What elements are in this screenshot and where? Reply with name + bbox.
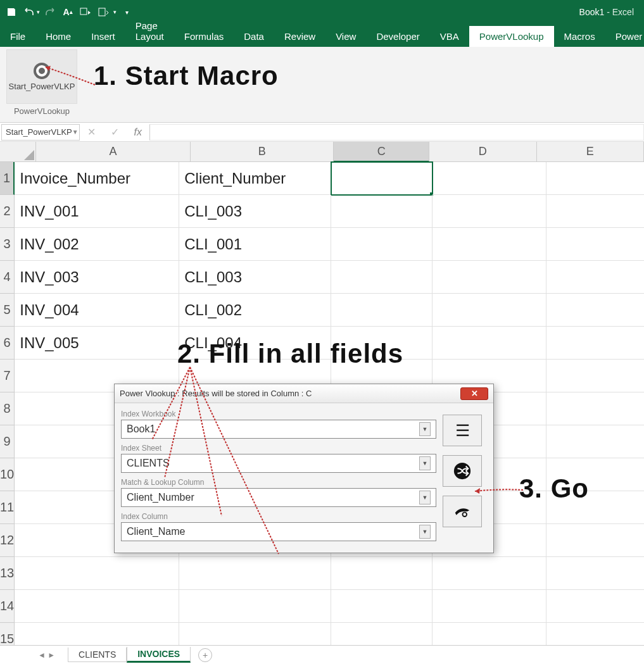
formula-input[interactable] (149, 124, 644, 141)
name-box[interactable]: Start_PowerVLKP ▼ (1, 124, 80, 141)
cell-C15[interactable] (331, 623, 432, 645)
tab-formulas[interactable]: Formulas (174, 26, 234, 47)
cell-C5[interactable] (331, 294, 432, 327)
cell-D15[interactable] (432, 623, 546, 645)
cell-A3[interactable]: INV_002 (15, 228, 179, 261)
tab-powervlookup[interactable]: PowerVLookup (469, 26, 554, 47)
row-header-1[interactable]: 1 (0, 162, 15, 195)
tab-macros[interactable]: Macros (554, 26, 605, 47)
field-select-1[interactable]: CLIENTS▼ (121, 454, 436, 473)
tab-data[interactable]: Data (234, 26, 274, 47)
row-header-14[interactable]: 14 (0, 590, 15, 623)
undo-icon[interactable] (22, 4, 37, 20)
tab-file[interactable]: File (0, 26, 35, 47)
cell-A4[interactable]: INV_003 (15, 261, 179, 294)
cell-C1[interactable] (331, 162, 432, 195)
cell-D4[interactable] (432, 261, 546, 294)
cell-D6[interactable] (432, 327, 546, 360)
tab-vba[interactable]: VBA (430, 26, 469, 47)
col-header-C[interactable]: C (334, 142, 429, 162)
col-header-D[interactable]: D (429, 142, 537, 162)
field-select-2[interactable]: Client_Number▼ (121, 488, 436, 507)
cell-D2[interactable] (432, 195, 546, 228)
cell-E8[interactable] (546, 392, 644, 425)
tab-pagelayout[interactable]: Page Layout (125, 15, 174, 47)
save-icon[interactable] (4, 4, 19, 20)
cell-A2[interactable]: INV_001 (15, 195, 179, 228)
row-header-10[interactable]: 10 (0, 458, 15, 491)
dialog-menu-button[interactable]: ☰ (443, 415, 482, 446)
col-header-A[interactable]: A (36, 142, 191, 162)
cell-E12[interactable] (546, 524, 644, 557)
tab-review[interactable]: Review (274, 26, 325, 47)
cell-E7[interactable] (546, 360, 644, 392)
sheet-tab-invoices[interactable]: INVOICES (127, 647, 191, 663)
row-header-12[interactable]: 12 (0, 524, 15, 557)
row-header-8[interactable]: 8 (0, 392, 15, 425)
cell-E6[interactable] (546, 327, 644, 360)
cell-D13[interactable] (432, 557, 546, 590)
enter-icon[interactable]: ✓ (111, 126, 119, 138)
row-header-2[interactable]: 2 (0, 195, 15, 228)
qat-item-icon[interactable] (96, 4, 111, 20)
chevron-down-icon[interactable]: ▼ (419, 525, 431, 539)
cancel-icon[interactable]: ✕ (87, 126, 96, 138)
tab-developer[interactable]: Developer (366, 26, 429, 47)
cell-E13[interactable] (546, 557, 644, 590)
row-header-5[interactable]: 5 (0, 294, 15, 327)
row-header-3[interactable]: 3 (0, 228, 15, 261)
cell-A15[interactable] (15, 623, 179, 645)
row-header-6[interactable]: 6 (0, 327, 15, 360)
cell-E9[interactable] (546, 425, 644, 458)
cell-B14[interactable] (179, 590, 331, 623)
cell-C4[interactable] (331, 261, 432, 294)
cell-E15[interactable] (546, 623, 644, 645)
fx-icon[interactable]: fx (134, 127, 142, 138)
field-select-3[interactable]: Client_Name▼ (121, 522, 436, 541)
chevron-down-icon[interactable]: ▼ (419, 422, 431, 436)
cell-A5[interactable]: INV_004 (15, 294, 179, 327)
add-sheet-button[interactable]: + (198, 648, 212, 662)
tab-power[interactable]: Power (605, 26, 644, 47)
cell-C6[interactable] (331, 327, 432, 360)
row-header-9[interactable]: 9 (0, 425, 15, 458)
row-header-13[interactable]: 13 (0, 557, 15, 590)
cell-D5[interactable] (432, 294, 546, 327)
select-all-triangle[interactable] (0, 142, 36, 162)
cell-C14[interactable] (331, 590, 432, 623)
redo-icon[interactable] (42, 4, 58, 20)
qat-item-icon[interactable]: A▴ (60, 4, 75, 20)
row-header-11[interactable]: 11 (0, 491, 15, 524)
dialog-go-button[interactable] (443, 455, 482, 487)
cell-C2[interactable] (331, 195, 432, 228)
cell-B5[interactable]: CLI_002 (179, 294, 331, 327)
cell-B15[interactable] (179, 623, 331, 645)
sheet-nav[interactable]: ◄ ► (38, 651, 55, 660)
cell-A6[interactable]: INV_005 (15, 327, 179, 360)
cell-D3[interactable] (432, 228, 546, 261)
cell-B6[interactable]: CLI_004 (179, 327, 331, 360)
dialog-point-button[interactable] (443, 496, 482, 527)
cell-B3[interactable]: CLI_001 (179, 228, 331, 261)
cell-B1[interactable]: Client_Number (179, 162, 331, 195)
cell-B4[interactable]: CLI_003 (179, 261, 331, 294)
chevron-down-icon[interactable]: ▼ (419, 456, 431, 470)
close-button[interactable]: ✕ (460, 387, 488, 400)
chevron-down-icon[interactable]: ▼ (419, 491, 431, 504)
cell-E10[interactable] (546, 458, 644, 491)
cell-D1[interactable] (432, 162, 546, 195)
cell-E11[interactable] (546, 491, 644, 524)
row-header-4[interactable]: 4 (0, 261, 15, 294)
cell-C13[interactable] (331, 557, 432, 590)
cell-B2[interactable]: CLI_003 (179, 195, 331, 228)
field-select-0[interactable]: Book1▼ (121, 420, 436, 439)
cell-E14[interactable] (546, 590, 644, 623)
sheet-tab-clients[interactable]: CLIENTS (68, 648, 127, 662)
cell-E1[interactable] (546, 162, 644, 195)
cell-D14[interactable] (432, 590, 546, 623)
tab-home[interactable]: Home (35, 26, 81, 47)
col-header-B[interactable]: B (191, 142, 334, 162)
cell-E2[interactable] (546, 195, 644, 228)
row-header-7[interactable]: 7 (0, 360, 15, 392)
cell-E4[interactable] (546, 261, 644, 294)
